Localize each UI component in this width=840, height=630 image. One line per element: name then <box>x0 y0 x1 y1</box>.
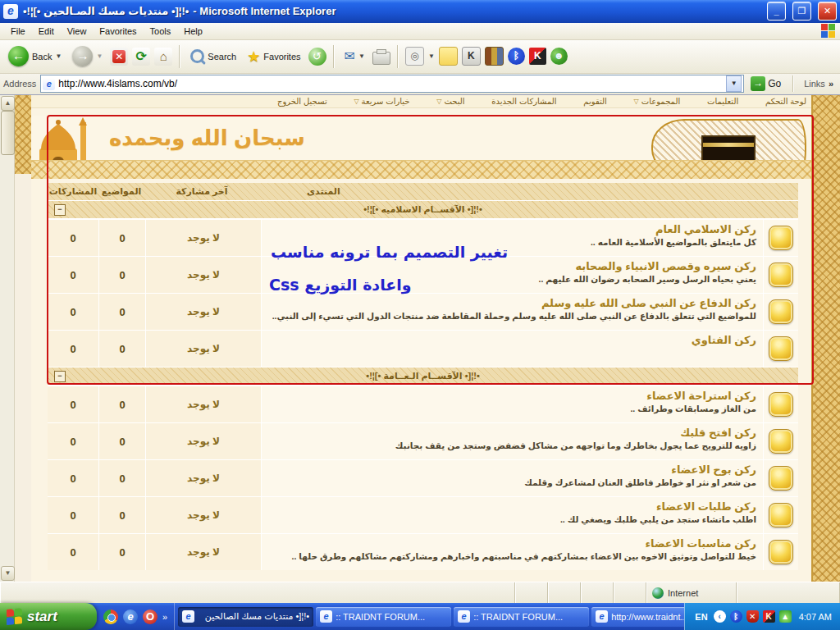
collapse-button[interactable]: − <box>54 204 66 216</box>
nav-link[interactable]: تسجيل الخروج <box>277 97 327 106</box>
menu-favorites[interactable]: Favorites <box>94 25 142 38</box>
menu-file[interactable]: File <box>5 25 31 38</box>
search-button[interactable]: Search <box>187 48 240 65</box>
ie-icon: e <box>182 610 194 623</box>
back-button[interactable]: ← Back ▼ <box>5 44 65 68</box>
nav-link[interactable]: التقويم <box>583 97 607 106</box>
topics-cell: 0 <box>99 331 145 367</box>
start-button[interactable]: start <box>0 603 97 630</box>
start-windows-flag-icon <box>7 608 23 626</box>
forum-name[interactable]: ركن طلبات الاعضاء <box>265 500 756 513</box>
kaspersky-toolbar-icon[interactable]: K <box>529 48 546 65</box>
topics-cell: 0 <box>99 257 145 293</box>
network-tray-icon[interactable]: ▲ <box>779 610 792 623</box>
stop-button[interactable]: ✕ <box>110 48 128 66</box>
ie-icon: e <box>3 4 18 19</box>
menu-help[interactable]: Help <box>178 25 208 38</box>
close-button[interactable]: ✕ <box>818 2 837 21</box>
security-alert-tray-icon[interactable]: ✕ <box>746 610 759 623</box>
forum-status-icon <box>769 336 793 361</box>
posts-cell: 0 <box>48 257 98 293</box>
menu-view[interactable]: View <box>62 25 93 38</box>
kaspersky-tray-icon[interactable]: K <box>763 610 775 623</box>
history-button[interactable]: ↺ <box>308 48 326 66</box>
home-button[interactable]: ⌂ <box>154 48 172 66</box>
forum-name[interactable]: ركن الفتاوي <box>265 334 756 346</box>
research-addon-button[interactable] <box>485 47 504 66</box>
nav-dropdown-icon[interactable]: ▽ <box>354 98 358 105</box>
category-row[interactable]: •!¦[• الآقســام الاسلاميه •]¦!• − <box>48 201 798 219</box>
nav-link[interactable]: التعليمات <box>707 97 738 106</box>
forum-desc: كل مايتعلق بالمواضيع الأسلامية العامه .. <box>265 237 756 247</box>
last-post-cell: لا يوجد <box>146 220 261 256</box>
nav-link[interactable]: المشاركات الجديدة <box>491 97 556 106</box>
forum-name[interactable]: ركن استراحة الاعضاء <box>265 390 756 402</box>
taskbar-windows: e•!¦[• منتديات مسك الصالحينe:: TRAIDNT F… <box>175 603 684 630</box>
forum-name[interactable]: ركن سيره وقصص الانبياء والصحابه <box>265 260 756 272</box>
menu-tools[interactable]: Tools <box>144 25 177 38</box>
nav-link[interactable]: البحث▽ <box>436 97 464 106</box>
forward-icon: → <box>72 46 93 66</box>
taskbar-window-button[interactable]: ehttp://www.traidnt.... <box>591 607 684 627</box>
nav-link[interactable]: خيارات سريعة▽ <box>354 97 409 106</box>
scrollbar-thumb[interactable] <box>1 111 15 155</box>
scroll-down-button[interactable]: ▼ <box>1 566 15 581</box>
quicklaunch-chevron-icon[interactable]: » <box>162 612 167 622</box>
forum-name[interactable]: ركن افتح قلبك <box>265 427 756 439</box>
ie-quicklaunch-icon[interactable]: e <box>123 609 138 624</box>
favorites-button[interactable]: ★ Favorites <box>244 46 304 67</box>
taskbar-window-button[interactable]: e:: TRAIDNT FORUM... <box>454 607 589 627</box>
forum-name[interactable]: ركن بوح الاعضاء <box>265 463 756 476</box>
notes-addon-button[interactable] <box>439 47 458 66</box>
messenger-toolbar-icon[interactable]: ☻ <box>550 48 568 65</box>
language-indicator[interactable]: EN <box>695 612 707 622</box>
address-dropdown-icon[interactable]: ▼ <box>726 75 742 92</box>
status-bar: Internet <box>0 582 840 603</box>
forum-table-header: المنتدى آخر مشاركة المواضيع المشاركات <box>48 183 798 201</box>
scroll-up-button[interactable]: ▲ <box>1 96 15 111</box>
address-bar: Address e http://www.4islams.com/vb/ ▼ →… <box>0 74 840 96</box>
posts-cell: 0 <box>48 497 98 533</box>
forum-name[interactable]: ركن مناسبات الاعضاء <box>265 537 756 550</box>
address-input[interactable]: e http://www.4islams.com/vb/ ▼ <box>40 75 744 93</box>
taskbar-window-button[interactable]: e:: TRAIDNT FORUM... <box>316 607 451 627</box>
last-post-cell: لا يوجد <box>146 423 261 459</box>
vertical-scrollbar[interactable]: ▲ ▼ <box>0 95 15 582</box>
forum-name[interactable]: ركن الدفاع عن النبي صلى الله عليه وسلم <box>265 297 756 309</box>
header-topics: المواضيع <box>98 186 144 197</box>
menu-edit[interactable]: Edit <box>33 25 60 38</box>
k-key-addon-button[interactable]: K <box>462 47 481 66</box>
go-button[interactable]: → Go <box>748 75 786 92</box>
back-dropdown-icon[interactable]: ▼ <box>55 52 62 60</box>
bluetooth-toolbar-icon[interactable]: ᛒ <box>508 48 525 65</box>
hide-icons-chevron[interactable]: ‹ <box>714 610 726 623</box>
print-button[interactable] <box>372 52 390 65</box>
forum-row: ركن الدفاع عن النبي صلى الله عليه وسلم ل… <box>48 294 798 330</box>
clock: 4:07 AM <box>799 612 832 622</box>
posts-cell: 0 <box>48 460 98 496</box>
forward-button[interactable]: → ▼ <box>69 44 106 68</box>
forum-row: ركن سيره وقصص الانبياء والصحابه يعني بحي… <box>48 257 798 293</box>
collapse-button[interactable]: − <box>54 371 66 382</box>
bluetooth-tray-icon[interactable]: ᛒ <box>730 610 742 623</box>
nav-link[interactable]: لوحة التحكم <box>765 97 806 106</box>
refresh-button[interactable]: ⟳ <box>132 48 150 66</box>
last-post-cell: لا يوجد <box>146 460 261 496</box>
maximize-button[interactable]: ❐ <box>792 2 811 21</box>
opera-quicklaunch-icon[interactable]: O <box>143 609 158 624</box>
forum-status-icon <box>769 540 793 564</box>
links-chevron-icon: » <box>829 79 833 89</box>
posts-cell: 0 <box>48 534 98 570</box>
nav-dropdown-icon[interactable]: ▽ <box>436 98 441 105</box>
taskbar-window-button[interactable]: e•!¦[• منتديات مسك الصالحين <box>178 607 313 627</box>
links-button[interactable]: Links » <box>801 79 837 89</box>
last-post-cell: لا يوجد <box>146 294 261 330</box>
minimize-button[interactable]: _ <box>767 2 786 21</box>
mail-button[interactable]: ✉ ▼ <box>341 47 368 66</box>
forum-name[interactable]: ركن الاسلامي العام <box>265 223 756 235</box>
chrome-quicklaunch-icon[interactable] <box>103 609 118 624</box>
category-row[interactable]: •!¦[• الآقســام الـعــامة •]¦!• − <box>48 368 798 386</box>
discuss-button[interactable]: ◎ <box>405 47 424 66</box>
nav-dropdown-icon[interactable]: ▽ <box>634 98 639 105</box>
nav-link[interactable]: المجموعات▽ <box>634 97 681 106</box>
